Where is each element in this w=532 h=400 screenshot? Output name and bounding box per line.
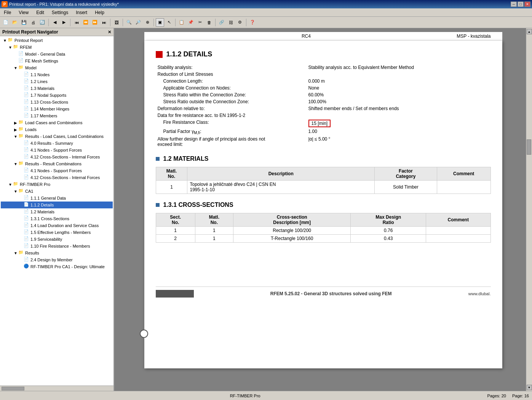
sep5 bbox=[153, 19, 154, 26]
toolbar-help2[interactable]: ❓ bbox=[248, 18, 257, 27]
expand-ca1[interactable]: ▼ bbox=[13, 189, 18, 194]
menu-file[interactable]: File bbox=[2, 9, 13, 16]
tree-item-member-hinges[interactable]: 📄 1.14 Member Hinges bbox=[1, 106, 113, 112]
toolbar-cursor[interactable]: ↖ bbox=[165, 18, 173, 27]
tree-item-cross-int[interactable]: 📄 4.12 Cross-Sections - Internal Forces bbox=[1, 154, 113, 160]
status-center: RF-TIMBER Pro bbox=[230, 394, 260, 398]
menu-view[interactable]: View bbox=[16, 9, 31, 16]
navigator-hscroll[interactable] bbox=[0, 386, 113, 391]
expand-lines bbox=[18, 80, 24, 84]
close-button[interactable]: ✕ bbox=[524, 2, 530, 7]
menu-edit[interactable]: Edit bbox=[34, 9, 46, 16]
section-12-heading: 1.2 MATERIALS bbox=[163, 155, 209, 162]
tree-item-load-dur[interactable]: 📄 1.4 Load Duration and Service Class bbox=[1, 222, 113, 229]
menu-insert[interactable]: Insert bbox=[73, 9, 89, 16]
toolbar-open[interactable]: 📂 bbox=[11, 18, 19, 27]
tree-item-printout-report[interactable]: ▼ 📁 Printout Report bbox=[1, 37, 113, 44]
menu-settings[interactable]: Settings bbox=[50, 9, 70, 16]
toolbar-next[interactable]: ⏩ bbox=[91, 18, 99, 27]
tree-item-fire-resist[interactable]: 📄 1.10 Fire Resistance - Members bbox=[1, 243, 113, 250]
minimize-button[interactable]: ─ bbox=[511, 2, 517, 7]
expand-results-folder[interactable]: ▼ bbox=[13, 251, 18, 255]
tree-item-design-member[interactable]: 📄 2.4 Design by Member bbox=[1, 256, 113, 263]
tree-item-cross-int-rc[interactable]: 📄 4.12 Cross-Sections - Internal Forces bbox=[1, 174, 113, 181]
label-serviceability: 1.9 Serviceability bbox=[30, 237, 62, 242]
reduction-label: Reduction of Limit Stresses bbox=[156, 71, 307, 78]
tree-item-results-lc[interactable]: ▼ 📁 Results - Load Cases, Load Combinati… bbox=[1, 133, 113, 140]
tree-view[interactable]: ▼ 📁 Printout Report ▼ 📁 RFEM 📄 Model - G… bbox=[0, 36, 113, 386]
toolbar-zoomout[interactable]: 🔎 bbox=[134, 18, 142, 27]
cs-matl-no-2: 1 bbox=[195, 235, 233, 243]
doc-icon-nodes-support: 📄 bbox=[24, 147, 30, 153]
expand-load-cases[interactable]: ▶ bbox=[13, 121, 18, 125]
tree-item-fe-mesh[interactable]: 📄 FE Mesh Settings bbox=[1, 58, 113, 64]
toolbar-zoomin[interactable]: 🔍 bbox=[125, 18, 133, 27]
toolbar-select[interactable]: ▣ bbox=[156, 18, 164, 27]
expand-rf-timber[interactable]: ▼ bbox=[8, 182, 13, 187]
sep2 bbox=[70, 19, 70, 26]
toolbar-print[interactable]: 🖨 bbox=[29, 18, 37, 27]
tree-item-rfem[interactable]: ▼ 📁 RFEM bbox=[1, 44, 113, 51]
toolbar-settings2[interactable]: ⚙ bbox=[236, 18, 244, 27]
toolbar-link2[interactable]: ⛓ bbox=[227, 18, 235, 27]
detail-row-connection: Connection Length: 0.000 m bbox=[156, 78, 491, 85]
toolbar-forward[interactable]: ▶ bbox=[60, 18, 68, 27]
tree-item-serviceability[interactable]: 📄 1.9 Serviceability bbox=[1, 236, 113, 243]
tree-item-model-general[interactable]: 📄 Model - General Data bbox=[1, 51, 113, 58]
label-rfem: RFEM bbox=[20, 45, 32, 50]
menu-help[interactable]: Help bbox=[93, 9, 107, 16]
tree-item-results-rc[interactable]: ▼ 📁 Results - Result Combinations bbox=[1, 160, 113, 167]
toolbar-link[interactable]: 🔗 bbox=[217, 18, 226, 27]
scroll-thumb[interactable] bbox=[527, 139, 531, 155]
tree-item-model[interactable]: ▼ 📁 Model bbox=[1, 64, 113, 71]
navigator-close-button[interactable]: ✕ bbox=[108, 30, 111, 35]
toolbar-refresh[interactable]: 🔄 bbox=[38, 18, 46, 27]
toolbar-save[interactable]: 💾 bbox=[20, 18, 28, 27]
stress-within-label: Stress Ratio within the Connection Zone: bbox=[156, 91, 307, 98]
tree-item-nodes-support[interactable]: 📄 4.1 Nodes - Support Forces bbox=[1, 147, 113, 154]
tree-item-results-folder[interactable]: ▼ 📁 Results bbox=[1, 250, 113, 256]
content-scroll[interactable]: RC4 MSP - kvazistala 1.1.2 DETAILS Stabi… bbox=[114, 28, 532, 391]
toolbar-paste[interactable]: 📌 bbox=[187, 18, 195, 27]
expand-results-lc[interactable]: ▼ bbox=[13, 134, 18, 139]
tree-item-cross-sections[interactable]: 📄 1.13 Cross-Sections bbox=[1, 99, 113, 106]
tree-item-details[interactable]: 📄 1.1.2 Details bbox=[1, 202, 113, 208]
tree-item-members[interactable]: 📄 1.17 Members bbox=[1, 112, 113, 119]
tree-item-materials-ca1[interactable]: 📄 1.2 Materials bbox=[1, 208, 113, 215]
tree-item-load-cases[interactable]: ▶ 📁 Load Cases and Combinations bbox=[1, 119, 113, 126]
toolbar-first[interactable]: ⏮ bbox=[72, 18, 81, 27]
toolbar-zoom[interactable]: ⊕ bbox=[143, 18, 152, 27]
tree-item-general-data[interactable]: 📄 1.1.1 General Data bbox=[1, 195, 113, 202]
tree-item-rf-timber[interactable]: ▼ 📁 RF-TIMBER Pro bbox=[1, 181, 113, 188]
expand-results-rc[interactable]: ▼ bbox=[13, 162, 18, 166]
tree-item-rf-timber-design[interactable]: 🔵 RF-TIMBER Pro CA1 - Design: Ultimate bbox=[1, 263, 113, 270]
connection-label: Connection Length: bbox=[156, 78, 307, 85]
toolbar-printpreview[interactable]: 🖼 bbox=[112, 18, 121, 27]
scroll-down-btn[interactable]: ▼ bbox=[527, 385, 532, 390]
toolbar-last[interactable]: ⏭ bbox=[100, 18, 108, 27]
toolbar-copy[interactable]: 📋 bbox=[177, 18, 186, 27]
expand-model[interactable]: ▼ bbox=[13, 66, 18, 70]
tree-item-nodes[interactable]: 📄 1.1 Nodes bbox=[1, 71, 113, 78]
toolbar-back[interactable]: ◀ bbox=[51, 18, 59, 27]
toolbar-prev[interactable]: ⏪ bbox=[81, 18, 90, 27]
tree-item-eff-lengths[interactable]: 📄 1.5 Effective Lengths - Members bbox=[1, 229, 113, 236]
expand-printout[interactable]: ▼ bbox=[2, 38, 8, 43]
scroll-up-btn[interactable]: ▲ bbox=[527, 29, 532, 34]
maximize-button[interactable]: □ bbox=[518, 2, 524, 7]
tree-item-materials[interactable]: 📄 1.3 Materials bbox=[1, 85, 113, 92]
tree-item-cross-sec-ca1[interactable]: 📄 1.3.1 Cross-Sections bbox=[1, 215, 113, 222]
tree-item-nodal-supports[interactable]: 📄 1.7 Nodal Supports bbox=[1, 92, 113, 99]
expand-loads[interactable]: ▶ bbox=[13, 128, 18, 132]
tree-item-nodes-support-rc[interactable]: 📄 4.1 Nodes - Support Forces bbox=[1, 167, 113, 174]
tree-item-loads[interactable]: ▶ 📁 Loads bbox=[1, 126, 113, 133]
content-scrollbar[interactable]: ▲ ▼ bbox=[526, 28, 532, 391]
toolbar-new[interactable]: 📄 bbox=[2, 18, 10, 27]
tree-item-results-summary[interactable]: 📄 4.0 Results - Summary bbox=[1, 140, 113, 147]
tree-item-ca1[interactable]: ▼ 📁 CA1 bbox=[1, 188, 113, 195]
detail-row-fire-class: Fire Resistance Class: 15 [min] bbox=[156, 119, 491, 128]
toolbar-delete[interactable]: 🗑 bbox=[205, 18, 213, 27]
toolbar-cut[interactable]: ✂ bbox=[196, 18, 204, 27]
tree-item-lines[interactable]: 📄 1.2 Lines bbox=[1, 78, 113, 85]
expand-rfem[interactable]: ▼ bbox=[8, 45, 13, 50]
